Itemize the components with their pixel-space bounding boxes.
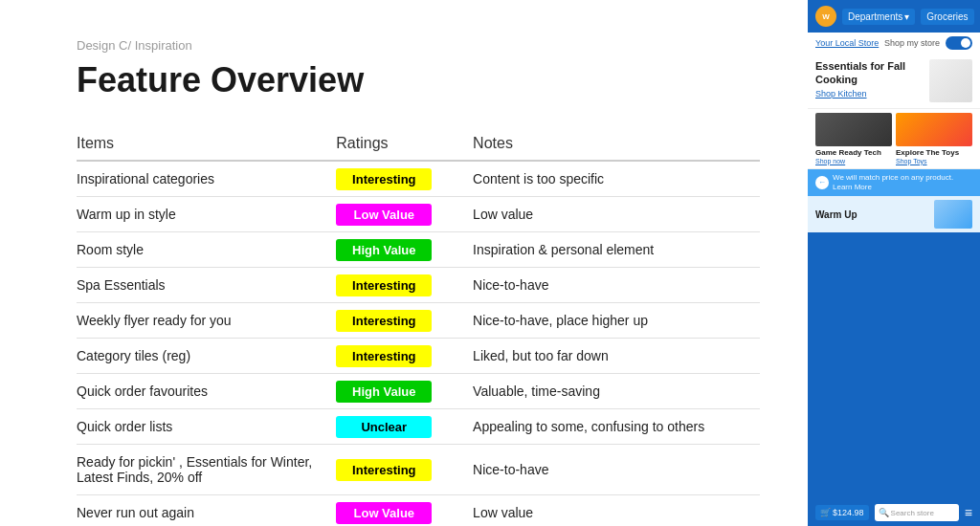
notes-cell: Low value xyxy=(473,495,760,527)
rating-badge: High Value xyxy=(336,239,432,261)
promo-banner: Essentials for Fall Cooking Shop Kitchen xyxy=(808,54,980,109)
main-content: Design C/ Inspiration Feature Overview I… xyxy=(0,0,808,526)
notes-cell: Nice-to-have xyxy=(473,445,760,495)
cart-price: $124.98 xyxy=(833,508,864,517)
card-toys-link[interactable]: Shop Toys xyxy=(896,158,972,164)
menu-icon[interactable]: ≡ xyxy=(965,505,972,520)
notes-cell: Liked, but too far down xyxy=(473,339,760,374)
search-placeholder: Search store xyxy=(891,509,934,517)
item-cell: Spa Essentials xyxy=(77,268,336,303)
rating-cell: Low Value xyxy=(336,197,473,232)
notes-cell: Nice-to-have, place higher up xyxy=(473,303,760,339)
item-cell: Warm up in style xyxy=(77,197,336,232)
price-match-icon: ← xyxy=(815,176,829,189)
cart-icon: 🛒 xyxy=(820,508,831,517)
store-bar: Your Local Store Shop my store xyxy=(808,33,980,54)
rating-badge: Unclear xyxy=(336,416,432,438)
rating-cell: Interesting xyxy=(336,339,473,374)
col-header-ratings: Ratings xyxy=(336,127,473,161)
right-panel: W Departments ▾ Groceries ? Your Local S… xyxy=(808,0,980,526)
shop-my-store-label: Shop my store xyxy=(884,38,940,48)
rating-badge: Interesting xyxy=(336,274,432,296)
shop-kitchen-link[interactable]: Shop Kitchen xyxy=(815,89,929,99)
table-row: Quick order listsUnclearAppealing to som… xyxy=(77,409,760,445)
rating-cell: Interesting xyxy=(336,445,473,495)
table-row: Category tiles (reg)InterestingLiked, bu… xyxy=(77,339,760,374)
promo-title: Essentials for Fall Cooking xyxy=(815,59,929,87)
rating-badge: Low Value xyxy=(336,502,432,524)
item-cell: Room style xyxy=(77,232,336,268)
table-row: Never run out againLow ValueLow value xyxy=(77,495,760,527)
rating-badge: High Value xyxy=(336,381,432,403)
table-row: Ready for pickin' , Essentials for Winte… xyxy=(77,445,760,495)
card-toys-image xyxy=(896,113,972,146)
card-game-tech-image xyxy=(815,113,892,146)
item-cell: Category tiles (reg) xyxy=(77,339,336,374)
rating-badge: Interesting xyxy=(336,310,432,332)
rating-badge: Interesting xyxy=(336,459,432,481)
item-cell: Quick order lists xyxy=(77,409,336,445)
item-cell: Weekly flyer ready for you xyxy=(77,303,336,339)
table-row: Spa EssentialsInterestingNice-to-have xyxy=(77,268,760,303)
warm-up-label: Warm Up xyxy=(815,209,858,220)
notes-cell: Inspiration & personal element xyxy=(473,232,760,268)
groceries-button[interactable]: Groceries xyxy=(921,9,973,25)
rating-cell: High Value xyxy=(336,232,473,268)
notes-cell: Appealing to some, confusing to others xyxy=(473,409,760,445)
item-cell: Ready for pickin' , Essentials for Winte… xyxy=(77,445,336,495)
search-bar[interactable]: 🔍 Search store xyxy=(875,504,959,521)
promo-image xyxy=(929,59,972,102)
item-cell: Quick order favourites xyxy=(77,374,336,409)
search-icon: 🔍 xyxy=(879,508,889,517)
rating-cell: Interesting xyxy=(336,268,473,303)
item-cell: Inspirational categories xyxy=(77,161,336,197)
warm-up-image xyxy=(934,200,972,229)
notes-cell: Valuable, time-saving xyxy=(473,374,760,409)
warm-up-bar: Warm Up xyxy=(808,196,980,232)
col-header-items: Items xyxy=(77,127,336,161)
rating-badge: Low Value xyxy=(336,204,432,226)
card-game-tech-label: Game Ready Tech xyxy=(815,148,892,158)
col-header-notes: Notes xyxy=(473,127,760,161)
rating-badge: Interesting xyxy=(336,345,432,367)
rating-cell: Interesting xyxy=(336,161,473,197)
feature-table: Items Ratings Notes Inspirational catego… xyxy=(77,127,760,526)
card-game-tech-link[interactable]: Shop now xyxy=(815,158,892,164)
departments-button[interactable]: Departments ▾ xyxy=(842,9,915,25)
page-title: Feature Overview xyxy=(77,60,760,100)
card-toys: Explore The Toys Shop Toys xyxy=(896,113,972,164)
card-game-tech: Game Ready Tech Shop now xyxy=(815,113,892,164)
table-row: Warm up in styleLow ValueLow value xyxy=(77,197,760,232)
cards-row: Game Ready Tech Shop now Explore The Toy… xyxy=(808,109,980,169)
notes-cell: Nice-to-have xyxy=(473,268,760,303)
rating-cell: Unclear xyxy=(336,409,473,445)
table-row: Weekly flyer ready for youInterestingNic… xyxy=(77,303,760,339)
rating-cell: Interesting xyxy=(336,303,473,339)
rating-cell: High Value xyxy=(336,374,473,409)
bottom-bar: 🛒 $124.98 🔍 Search store ≡ xyxy=(808,499,980,526)
cart-button[interactable]: 🛒 $124.98 xyxy=(815,505,869,520)
table-row: Inspirational categoriesInterestingConte… xyxy=(77,161,760,197)
top-bar: W Departments ▾ Groceries ? xyxy=(808,0,980,33)
item-cell: Never run out again xyxy=(77,495,336,527)
learn-more-link[interactable]: Learn More xyxy=(833,183,872,191)
table-row: Quick order favouritesHigh ValueValuable… xyxy=(77,374,760,409)
table-row: Room styleHigh ValueInspiration & person… xyxy=(77,232,760,268)
notes-cell: Content is too specific xyxy=(473,161,760,197)
price-match-text: We will match price on any product. Lear… xyxy=(833,173,953,193)
notes-cell: Low value xyxy=(473,197,760,232)
price-match-bar: ← We will match price on any product. Le… xyxy=(808,169,980,197)
logo: W xyxy=(815,6,836,27)
shop-my-store-toggle[interactable] xyxy=(946,36,972,50)
local-store-link[interactable]: Your Local Store xyxy=(815,38,879,48)
rating-badge: Interesting xyxy=(336,168,432,190)
breadcrumb: Design C/ Inspiration xyxy=(77,38,760,53)
rating-cell: Low Value xyxy=(336,495,473,527)
card-toys-label: Explore The Toys xyxy=(896,148,972,158)
